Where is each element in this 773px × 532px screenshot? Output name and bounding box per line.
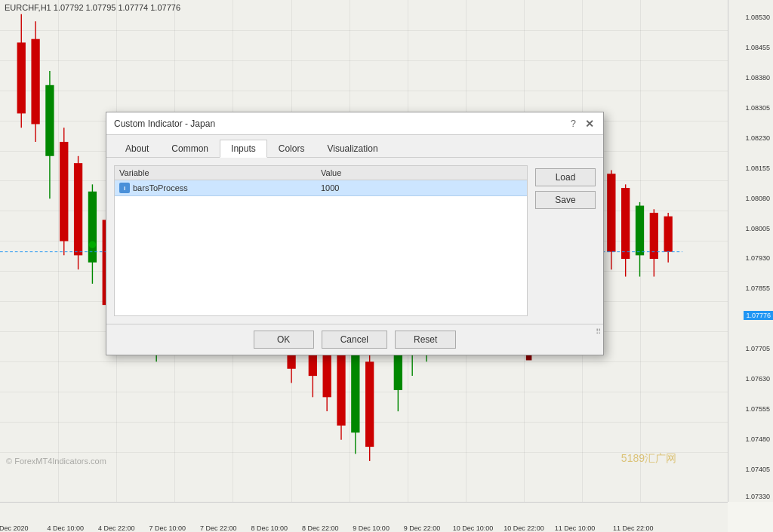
dialog-title: Custom Indicator - Japan	[114, 118, 215, 129]
table-row[interactable]: i barsToProcess 1000	[115, 180, 527, 196]
tab-about[interactable]: About	[114, 140, 160, 158]
price-label-16: 1.07330	[745, 493, 770, 500]
time-label-10: 10 Dec 10:00	[453, 524, 494, 532]
svg-rect-5	[45, 85, 54, 156]
svg-rect-9	[74, 163, 82, 255]
side-buttons: Load Save	[535, 165, 596, 316]
time-label-12: 11 Dec 10:00	[555, 524, 596, 532]
time-axis: 3 Dec 2020 4 Dec 10:00 4 Dec 22:00 7 Dec…	[0, 502, 728, 532]
tab-visualization[interactable]: Visualization	[316, 140, 389, 158]
inputs-table: Variable Value i barsToProcess 1000	[114, 165, 528, 316]
price-label-13: 1.07555	[745, 405, 770, 413]
resize-handle[interactable]: ⠿	[596, 328, 602, 334]
svg-rect-3	[31, 39, 39, 125]
svg-rect-84	[636, 206, 644, 256]
tab-colors[interactable]: Colors	[267, 140, 316, 158]
time-label-8: 9 Dec 10:00	[353, 524, 390, 532]
time-label-13: 11 Dec 22:00	[613, 524, 654, 532]
dialog-close-button[interactable]: ✕	[584, 118, 596, 130]
time-label-4: 7 Dec 10:00	[149, 524, 186, 532]
chart-container: EURCHF,H1 1.07792 1.07795 1.07774 1.0777…	[0, 0, 773, 532]
dialog: Custom Indicator - Japan ? ✕ About Commo…	[106, 112, 604, 355]
value-cell: 1000	[321, 183, 522, 192]
time-label-3: 4 Dec 22:00	[98, 524, 135, 532]
reset-button[interactable]: Reset	[395, 331, 456, 349]
save-button[interactable]: Save	[535, 191, 596, 209]
svg-rect-1	[17, 42, 26, 113]
price-label-7: 1.08080	[745, 195, 770, 202]
time-label-7: 8 Dec 22:00	[302, 524, 339, 532]
tabs-bar: About Common Inputs Colors Visualization	[106, 135, 603, 158]
price-label-8: 1.08005	[745, 225, 770, 232]
variable-icon: i	[119, 183, 130, 193]
col-value-header: Value	[321, 168, 522, 177]
watermark-right: 5189汇广网	[621, 452, 676, 466]
svg-rect-7	[60, 142, 68, 241]
table-header: Variable Value	[115, 166, 527, 180]
price-label-2: 1.08455	[745, 44, 770, 51]
price-label-14: 1.07480	[745, 435, 770, 443]
price-label-6: 1.08155	[745, 165, 770, 172]
price-label-11: 1.07705	[745, 345, 770, 352]
dialog-help-button[interactable]: ?	[568, 118, 579, 129]
price-label-12: 1.07630	[745, 375, 770, 383]
price-label-5: 1.08230	[745, 134, 770, 142]
current-price-tag: 1.07776	[744, 311, 773, 320]
tab-inputs[interactable]: Inputs	[220, 140, 267, 158]
time-label-11: 10 Dec 22:00	[504, 524, 544, 532]
price-label-9: 1.07930	[745, 254, 770, 262]
dialog-titlebar: Custom Indicator - Japan ? ✕	[106, 112, 603, 135]
time-label-1: 3 Dec 2020	[0, 524, 28, 532]
variable-cell: i barsToProcess	[119, 183, 321, 193]
time-label-5: 7 Dec 22:00	[200, 524, 237, 532]
tab-common[interactable]: Common	[160, 140, 220, 158]
dialog-footer: OK Cancel Reset	[106, 324, 603, 355]
chart-title: EURCHF,H1 1.07792 1.07795 1.07774 1.0777…	[5, 3, 180, 12]
time-label-6: 8 Dec 10:00	[251, 524, 288, 532]
svg-rect-88	[664, 217, 673, 252]
price-label-3: 1.08380	[745, 74, 770, 81]
price-axis: 1.08530 1.08455 1.08380 1.08305 1.08230 …	[728, 0, 773, 502]
price-label-1: 1.08530	[745, 14, 770, 21]
ok-button[interactable]: OK	[254, 331, 314, 349]
col-variable-header: Variable	[119, 168, 321, 177]
load-button[interactable]: Load	[535, 168, 596, 186]
price-label-4: 1.08305	[745, 104, 770, 112]
price-label-10: 1.07855	[745, 284, 770, 292]
watermark-left: © ForexMT4Indicators.com	[6, 457, 106, 466]
dialog-controls: ? ✕	[568, 118, 596, 130]
time-label-2: 4 Dec 10:00	[47, 524, 84, 532]
time-label-9: 9 Dec 22:00	[404, 524, 441, 532]
price-label-15: 1.07405	[745, 466, 770, 473]
dialog-body: Variable Value i barsToProcess 1000 Load…	[106, 158, 603, 324]
svg-rect-47	[365, 361, 374, 447]
svg-point-14	[89, 241, 96, 248]
svg-rect-80	[607, 174, 615, 251]
svg-rect-72	[526, 355, 532, 361]
cancel-button[interactable]: Cancel	[322, 331, 387, 349]
svg-rect-82	[621, 188, 630, 259]
